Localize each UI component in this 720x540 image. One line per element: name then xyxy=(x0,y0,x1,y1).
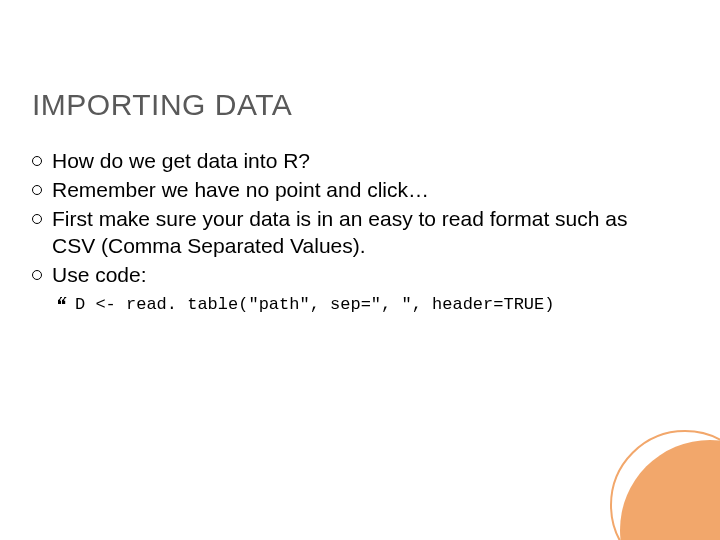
bullet-marker-icon xyxy=(32,270,42,280)
bullet-item: Use code: xyxy=(32,262,660,289)
sub-bullet-icon: 🙶 xyxy=(58,294,67,316)
bullet-item: First make sure your data is in an easy … xyxy=(32,206,660,260)
bullet-text: Use code: xyxy=(52,262,660,289)
bullet-item: Remember we have no point and click… xyxy=(32,177,660,204)
bullet-text: Remember we have no point and click… xyxy=(52,177,660,204)
bullet-item: How do we get data into R? xyxy=(32,148,660,175)
bullet-marker-icon xyxy=(32,156,42,166)
decorative-ring-icon xyxy=(610,430,720,540)
bullet-text: How do we get data into R? xyxy=(52,148,660,175)
code-text: D <- read. table("path", sep=", ", heade… xyxy=(75,294,660,316)
bullet-marker-icon xyxy=(32,214,42,224)
slide-content: How do we get data into R? Remember we h… xyxy=(32,148,660,316)
bullet-text: First make sure your data is in an easy … xyxy=(52,206,660,260)
code-line: 🙶 D <- read. table("path", sep=", ", hea… xyxy=(58,294,660,316)
slide-title: IMPORTING DATA xyxy=(32,88,292,122)
slide: IMPORTING DATA How do we get data into R… xyxy=(0,0,720,540)
bullet-marker-icon xyxy=(32,185,42,195)
